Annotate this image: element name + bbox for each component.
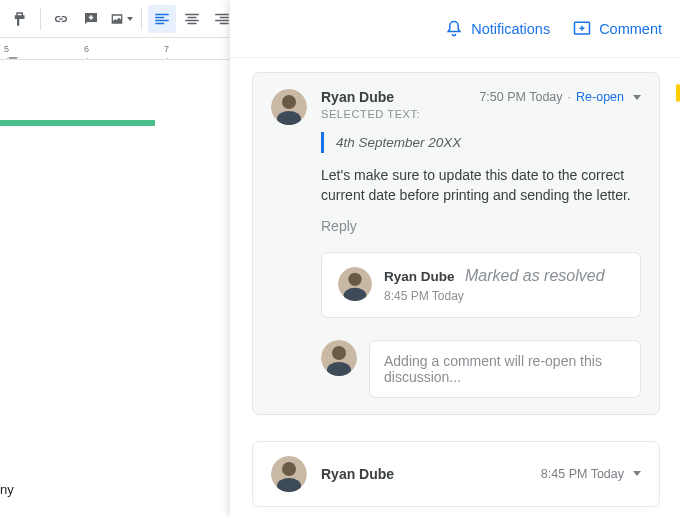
resolution-status: Marked as resolved bbox=[465, 267, 605, 284]
notifications-button[interactable]: Notifications bbox=[444, 19, 550, 39]
toolbar-separator bbox=[141, 8, 142, 30]
reply-box: Adding a comment will re-open this discu… bbox=[321, 340, 641, 398]
add-comment-label: Comment bbox=[599, 21, 662, 37]
link-icon[interactable] bbox=[47, 5, 75, 33]
add-comment-inline-icon[interactable] bbox=[77, 5, 105, 33]
resolution-author: Ryan Dube bbox=[384, 269, 455, 284]
ruler-number: 5 bbox=[4, 44, 9, 54]
comment-meta: 8:45 PM Today bbox=[541, 467, 641, 481]
avatar bbox=[338, 267, 372, 301]
thread-menu-button[interactable] bbox=[633, 471, 641, 476]
insert-image-icon[interactable] bbox=[107, 5, 135, 33]
comment-timestamp: 8:45 PM Today bbox=[541, 467, 624, 481]
paint-format-icon[interactable] bbox=[6, 5, 34, 33]
notifications-label: Notifications bbox=[471, 21, 550, 37]
comments-panel: Notifications Comment Ryan Dube bbox=[230, 0, 680, 517]
add-comment-button[interactable]: Comment bbox=[572, 19, 662, 39]
svg-point-5 bbox=[348, 272, 361, 285]
comment-author: Ryan Dube bbox=[321, 89, 394, 105]
comment-timestamp: 7:50 PM Today bbox=[479, 90, 562, 104]
align-center-icon[interactable] bbox=[178, 5, 206, 33]
comment-thread[interactable]: Ryan Dube 7:50 PM Today · Re-open SELECT… bbox=[252, 72, 660, 415]
svg-point-2 bbox=[282, 95, 296, 109]
svg-point-8 bbox=[332, 346, 346, 360]
svg-point-11 bbox=[282, 462, 296, 476]
bell-icon bbox=[444, 19, 464, 39]
reply-input[interactable]: Adding a comment will re-open this discu… bbox=[369, 340, 641, 398]
thread-menu-button[interactable] bbox=[633, 95, 641, 100]
resolution-timestamp: 8:45 PM Today bbox=[384, 289, 605, 303]
document-text-fragment: ny bbox=[0, 482, 14, 497]
quoted-text: 4th September 20XX bbox=[321, 132, 641, 153]
reply-button[interactable]: Reply bbox=[321, 218, 641, 234]
avatar bbox=[271, 456, 307, 492]
comment-thread[interactable]: Ryan Dube 8:45 PM Today bbox=[252, 441, 660, 507]
ruler-number: 6 bbox=[84, 44, 89, 54]
edge-indicator bbox=[676, 84, 680, 102]
chevron-down-icon bbox=[127, 17, 133, 21]
comment-body: Let's make sure to update this date to t… bbox=[321, 165, 641, 206]
selected-text-label: SELECTED TEXT: bbox=[321, 108, 641, 120]
avatar bbox=[321, 340, 357, 376]
document-area[interactable]: ny bbox=[0, 60, 230, 517]
document-highlight-bar bbox=[0, 120, 155, 126]
comment-meta: 7:50 PM Today · Re-open bbox=[479, 90, 641, 104]
reopen-button[interactable]: Re-open bbox=[576, 90, 624, 104]
avatar bbox=[271, 89, 307, 125]
comments-panel-header: Notifications Comment bbox=[230, 0, 680, 58]
ruler[interactable]: 5 6 7 bbox=[0, 38, 230, 60]
comments-panel-body[interactable]: Ryan Dube 7:50 PM Today · Re-open SELECT… bbox=[230, 58, 680, 517]
comment-author: Ryan Dube bbox=[321, 466, 394, 482]
ruler-number: 7 bbox=[164, 44, 169, 54]
align-left-icon[interactable] bbox=[148, 5, 176, 33]
toolbar-separator bbox=[40, 8, 41, 30]
add-comment-icon bbox=[572, 19, 592, 39]
resolution-card: Ryan Dube Marked as resolved 8:45 PM Tod… bbox=[321, 252, 641, 318]
